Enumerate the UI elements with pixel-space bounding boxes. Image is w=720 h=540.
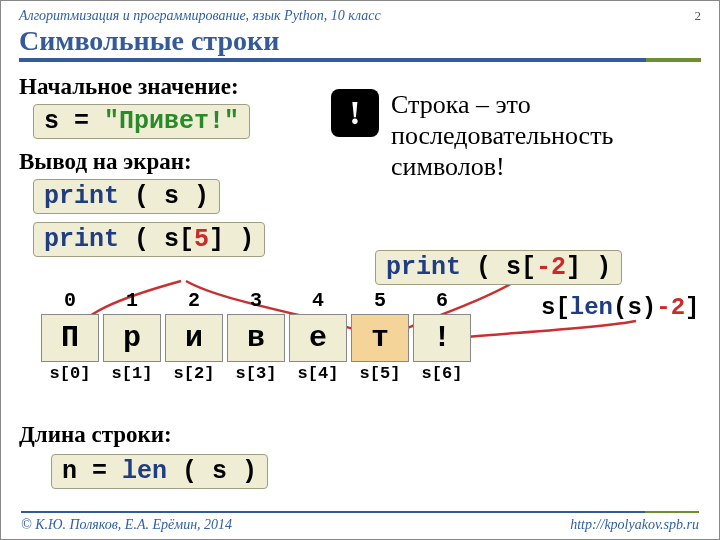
bracket: [ xyxy=(179,225,194,254)
cell-row: П р и в е т ! xyxy=(39,312,473,364)
label-row: s[0] s[1] s[2] s[3] s[4] s[5] s[6] xyxy=(39,364,473,383)
footer: © К.Ю. Поляков, Е.А. Ерёмин, 2014 http:/… xyxy=(1,517,719,533)
print-kw: print xyxy=(44,182,119,211)
var-s: s xyxy=(44,107,59,136)
cell: П xyxy=(41,314,99,362)
idx: 2 xyxy=(163,289,225,312)
index-5: 5 xyxy=(194,225,209,254)
cell: в xyxy=(227,314,285,362)
index-neg2: -2 xyxy=(536,253,566,282)
minus2: -2 xyxy=(656,294,685,321)
bracket: [ xyxy=(555,294,569,321)
close: ) xyxy=(239,225,254,254)
idx: 1 xyxy=(101,289,163,312)
slide-frame: Алгоритмизация и программирование, язык … xyxy=(0,0,720,540)
print-kw: print xyxy=(44,225,119,254)
len-args: ( s ) xyxy=(182,457,257,486)
bracket: ] xyxy=(566,253,581,282)
callout-text: Строка – это последовательность символов… xyxy=(391,89,701,183)
lab: s[4] xyxy=(287,364,349,383)
definition-callout: ! Строка – это последовательность символ… xyxy=(331,89,701,183)
cell: е xyxy=(289,314,347,362)
title-block: Символьные строки xyxy=(19,25,701,62)
eq: = xyxy=(92,457,107,486)
exclamation-icon: ! xyxy=(331,89,379,137)
idx: 0 xyxy=(39,289,101,312)
print-kw: print xyxy=(386,253,461,282)
open: ( xyxy=(134,182,164,211)
idx: 4 xyxy=(287,289,349,312)
idx: 6 xyxy=(411,289,473,312)
bracket: ] xyxy=(685,294,699,321)
initial-code: s = "Привет!" xyxy=(33,104,250,139)
print-s-neg2: print ( s[-2] ) xyxy=(375,250,622,285)
arg-s: s xyxy=(164,182,179,211)
copyright: © К.Ю. Поляков, Е.А. Ерёмин, 2014 xyxy=(21,517,232,533)
len-kw: len xyxy=(122,457,167,486)
char-table: 0 1 2 3 4 5 6 П р и в е т ! s[0] s[1] s[… xyxy=(39,289,473,383)
lab: s[1] xyxy=(101,364,163,383)
open: ( xyxy=(134,225,164,254)
args: (s) xyxy=(613,294,656,321)
lab: s[2] xyxy=(163,364,225,383)
eq: = xyxy=(74,107,89,136)
len-kw: len xyxy=(570,294,613,321)
s: s xyxy=(541,294,555,321)
n: n xyxy=(62,457,77,486)
open: ( xyxy=(476,253,506,282)
subject-line: Алгоритмизация и программирование, язык … xyxy=(19,8,381,24)
length-section: Длина строки: n = len ( s ) xyxy=(19,416,268,491)
slide-title: Символьные строки xyxy=(19,25,701,58)
length-label: Длина строки: xyxy=(19,422,268,448)
lab: s[5] xyxy=(349,364,411,383)
string-literal: "Привет!" xyxy=(104,107,239,136)
cell: ! xyxy=(413,314,471,362)
close: ) xyxy=(194,182,209,211)
header-bar: Алгоритмизация и программирование, язык … xyxy=(19,7,701,24)
arg-s: s xyxy=(164,225,179,254)
bracket: [ xyxy=(521,253,536,282)
print-s: print ( s ) xyxy=(33,179,220,214)
footer-rule xyxy=(21,511,699,513)
close: ) xyxy=(596,253,611,282)
length-code: n = len ( s ) xyxy=(51,454,268,489)
page-number: 2 xyxy=(695,8,702,24)
cell-highlight: т xyxy=(351,314,409,362)
lab: s[0] xyxy=(39,364,101,383)
cell: р xyxy=(103,314,161,362)
cell: и xyxy=(165,314,223,362)
lab: s[6] xyxy=(411,364,473,383)
lab: s[3] xyxy=(225,364,287,383)
len-index-expr: s[len(s)-2] xyxy=(541,294,699,321)
idx: 3 xyxy=(225,289,287,312)
footer-url: http://kpolyakov.spb.ru xyxy=(570,517,699,533)
title-rule xyxy=(19,58,701,62)
index-row: 0 1 2 3 4 5 6 xyxy=(39,289,473,312)
bracket: ] xyxy=(209,225,224,254)
idx: 5 xyxy=(349,289,411,312)
print-s5: print ( s[5] ) xyxy=(33,222,265,257)
arg-s: s xyxy=(506,253,521,282)
